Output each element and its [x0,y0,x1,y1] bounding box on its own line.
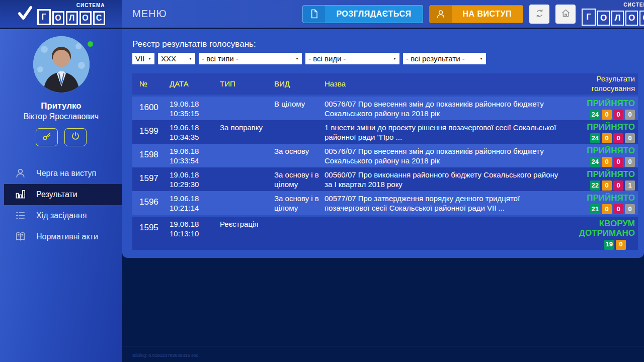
votes-against-badge: 0 [613,133,623,143]
row-name [325,217,562,250]
table-row[interactable]: 1595 19.06.1810:13:10 Реєстрація КВОРУМ … [132,217,638,250]
verdict-label: ПРИЙНЯТО [562,122,635,132]
session-select[interactable]: XXX▼ [158,53,195,64]
row-kind [274,120,325,144]
logo-letter: О [597,11,610,26]
reviewing-status-button[interactable]: РОЗГЛЯДАЄТЬСЯ [302,5,423,23]
convocation-select[interactable]: VII▼ [132,53,154,64]
row-name: 1 внести зміни до проекту рішення позаче… [325,120,562,144]
votes-for-badge: 24 [590,157,600,167]
col-header-results: Результати голосування [562,73,638,95]
row-name: 00577/07 Про затвердження порядку денног… [325,191,562,215]
request-speech-button[interactable]: НА ВИСТУП [429,5,524,23]
row-number: 1599 [132,120,170,144]
key-icon [41,131,52,143]
home-button[interactable] [555,5,576,24]
logo-letter: О [52,11,64,25]
chevron-down-icon: ▼ [393,57,396,60]
key-button[interactable] [36,128,58,146]
logo-system-label: СИСТЕМА [623,2,644,8]
table-row[interactable]: 1596 19.06.1810:21:14 За основу і в ціло… [132,191,638,215]
votes-for-badge: 24 [590,110,600,120]
table-row[interactable]: 1598 19.06.1810:33:54 За основу 00576/07… [132,144,638,167]
row-type [220,144,274,167]
votes-against-badge: 0 [613,157,623,167]
col-header-kind: ВИД [274,78,325,89]
col-header-name: Назва [325,78,562,89]
speaker-person-icon [430,6,452,23]
refresh-button[interactable] [529,5,549,24]
row-result: ПРИЙНЯТО 21 0 0 0 [562,191,638,215]
results-panel: Реєстр результатів голосувань: VII▼ XXX▼… [122,29,644,258]
list-icon [14,210,26,221]
logo-letter: Г [37,9,51,25]
bar-chart-icon [14,189,26,200]
avatar [33,36,90,93]
logout-power-button[interactable] [64,128,87,146]
row-date: 19.06.1810:13:10 [170,217,220,250]
row-kind: За основу і в цілому [274,167,325,191]
row-date: 19.06.1810:29:30 [170,167,220,191]
col-header-type: ТИП [220,78,274,89]
verdict-label: ПРИЙНЯТО [562,169,635,179]
row-kind: В цілому [274,97,325,120]
row-type: За поправку [220,120,274,144]
row-number: 1598 [132,144,170,167]
votes-abstain-badge: 0 [602,157,612,167]
logo-letter: О [625,11,638,26]
kinds-select[interactable]: - всі види -▼ [305,53,399,64]
row-date: 19.06.1810:35:15 [170,97,220,120]
table-row[interactable]: 1600 19.06.1810:35:15 В цілому 00576/07 … [132,97,638,120]
votes-abstain-badge: 0 [602,133,612,143]
sidebar-item-proceedings[interactable]: Хід засідання [0,205,122,226]
results-select[interactable]: - всі результати -▼ [403,53,486,64]
refresh-icon [534,8,545,20]
sidebar-item-normative-acts[interactable]: Нормативні акти [0,226,122,247]
row-result: ПРИЙНЯТО 24 0 0 0 [562,120,638,144]
verdict-label: КВОРУМ ДОТРИМАНО [562,219,635,238]
logo-letter: О [79,11,92,25]
sidebar-item-queue[interactable]: Черга на виступ [0,163,122,184]
row-number: 1600 [132,97,170,120]
user-first-middle-name: Віктор Ярославович [0,112,122,122]
app-logo[interactable]: СИСТЕМА Г О Л О С [0,0,122,29]
votes-novote-badge: 0 [625,157,635,167]
power-icon [70,131,81,143]
row-number: 1596 [132,191,170,215]
row-result: ПРИЙНЯТО 24 0 0 0 [562,144,638,167]
votes-against-badge: 0 [613,204,623,214]
table-header: № ДАТА ТИП ВИД Назва Результати голосува… [132,73,638,95]
row-number: 1595 [132,217,170,250]
chevron-down-icon: ▼ [189,57,192,60]
sidebar: СИСТЕМА Г О Л О С [0,0,122,362]
votes-against-badge: 0 [613,180,623,191]
logo-letter: Л [66,11,78,25]
document-icon [303,6,325,23]
row-date: 19.06.1810:33:54 [170,144,220,167]
votes-abstain-badge: 0 [602,180,612,191]
row-type [220,191,274,215]
row-name: 00576/07 Про внесення змін до показників… [325,97,562,120]
table-row[interactable]: 1597 19.06.1810:29:30 За основу і в ціло… [132,167,638,191]
results-table: № ДАТА ТИП ВИД Назва Результати голосува… [132,73,638,250]
screen: СИСТЕМА Г О Л О С [0,0,644,362]
row-date: 19.06.1810:21:14 [170,191,220,215]
logo-letter: Л [611,11,624,26]
verdict-label: ПРИЙНЯТО [562,193,635,203]
sidebar-menu: Черга на виступ Результати Хід засідання [0,163,122,247]
user-name: Притулко Віктор Ярославович [0,101,122,122]
footer: Bilding: 0.019123792648315 sec. [122,346,644,362]
topbar-logo[interactable]: СИСТЕМА Г О Л О С [582,2,644,26]
chevron-down-icon: ▼ [295,57,299,60]
row-number: 1597 [132,167,170,191]
table-row[interactable]: 1599 19.06.1810:34:35 За поправку 1 внес… [132,120,638,144]
row-result: КВОРУМ ДОТРИМАНО 19 0 [562,217,638,250]
votes-novote-badge: 0 [625,110,635,120]
sidebar-item-results[interactable]: Результати [0,184,122,205]
row-type [220,97,274,120]
votes-registered-badge: 19 [604,240,614,250]
types-select[interactable]: - всі типи -▼ [199,53,302,64]
votes-novote-badge: 0 [625,204,635,214]
person-icon [14,167,26,179]
logo-system-label: СИСТЕМА [76,3,105,8]
